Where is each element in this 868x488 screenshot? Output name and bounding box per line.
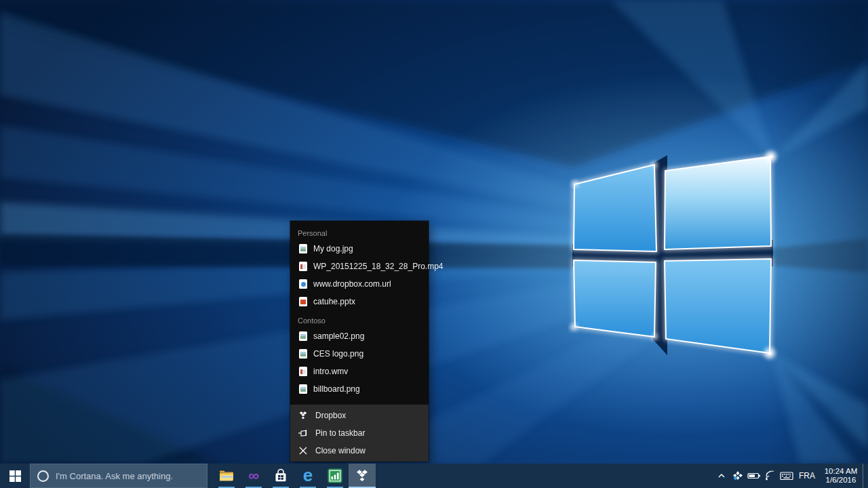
windows-start-icon [9, 470, 21, 482]
jumplist-item[interactable]: intro.wmv [290, 363, 429, 380]
jumplist-item[interactable]: WP_20151225_18_32_28_Pro.mp4 [290, 258, 429, 275]
touch-keyboard-button[interactable] [778, 464, 795, 488]
jumplist-launch-dropbox[interactable]: Dropbox [290, 407, 429, 424]
image-file-icon [299, 331, 307, 341]
jumplist-item-label: WP_20151225_18_32_28_Pro.mp4 [313, 262, 443, 271]
jumplist-item-label: catuhe.pptx [313, 297, 355, 306]
video-file-icon [299, 262, 307, 271]
svg-text:∞: ∞ [248, 468, 259, 484]
jumplist-item-label: CES logo.png [313, 349, 363, 359]
file-explorer-icon [218, 468, 235, 484]
desktop-wallpaper [0, 0, 868, 464]
taskbar-excel-button[interactable] [321, 464, 349, 488]
jumplist-action-label: Dropbox [315, 411, 346, 420]
edge-icon: e [299, 467, 317, 485]
jumplist-item[interactable]: My dog.jpg [290, 240, 429, 258]
taskbar-dropbox-button[interactable] [349, 464, 376, 488]
clock-time: 10:24 AM [825, 467, 858, 476]
jumplist-item-label: www.dropbox.com.url [313, 279, 391, 289]
app-tray-icon [732, 470, 743, 481]
jumplist-pin-to-taskbar[interactable]: Pin to taskbar [290, 424, 429, 442]
jumplist-item[interactable]: www.dropbox.com.url [290, 275, 429, 293]
search-input[interactable] [56, 471, 200, 481]
jumplist-files-panel: Personal My dog.jpg WP_20151225_18_32_28… [290, 221, 429, 405]
image-file-icon [299, 384, 307, 394]
store-icon [273, 468, 289, 484]
image-file-icon [299, 244, 307, 253]
taskbar-file-explorer-button[interactable] [213, 464, 240, 488]
battery-button[interactable] [746, 464, 762, 488]
keyboard-icon [780, 470, 793, 481]
jumplist-item[interactable]: billboard.png [290, 380, 429, 398]
wifi-icon [764, 470, 776, 481]
jumplist-item-label: My dog.jpg [313, 244, 353, 253]
image-file-icon [299, 349, 307, 359]
jumplist-action-label: Close window [315, 446, 366, 455]
dropbox-icon [354, 468, 370, 484]
jumplist-item-label: billboard.png [313, 384, 360, 394]
network-button[interactable] [762, 464, 778, 488]
jumplist-item[interactable]: catuhe.pptx [290, 293, 429, 310]
jumplist-action-label: Pin to taskbar [315, 428, 365, 438]
show-hidden-icons-button[interactable] [713, 464, 730, 488]
show-desktop-button[interactable] [863, 464, 868, 488]
link-file-icon [299, 279, 307, 289]
presentation-file-icon [299, 297, 307, 306]
chevron-up-icon [716, 470, 727, 481]
start-button[interactable] [0, 464, 30, 488]
tray-app-button[interactable] [730, 464, 746, 488]
jumplist-section-title: Contoso [290, 314, 429, 327]
dropbox-jumplist: Personal My dog.jpg WP_20151225_18_32_28… [290, 221, 429, 462]
jumplist-section-title: Personal [290, 226, 429, 240]
visual-studio-icon: ∞ [245, 468, 262, 484]
jumplist-close-window[interactable]: Close window [290, 442, 429, 460]
language-label: FRA [799, 471, 815, 481]
language-indicator[interactable]: FRA [795, 464, 819, 488]
battery-icon [747, 470, 761, 481]
clock-date: 1/6/2016 [826, 476, 856, 485]
taskbar-apps: ∞ e [213, 464, 376, 488]
system-tray: FRA 10:24 AM 1/6/2016 [713, 464, 868, 488]
dropbox-icon [298, 410, 309, 421]
taskbar-edge-button[interactable]: e [294, 464, 321, 488]
jumplist-item-label: sample02.png [313, 331, 364, 341]
cortana-search-box[interactable] [30, 464, 208, 488]
video-file-icon [299, 367, 307, 376]
taskbar: ∞ e [0, 464, 868, 488]
jumplist-item-label: intro.wmv [313, 367, 348, 376]
close-icon [298, 445, 309, 456]
windows-hero-wallpaper [0, 0, 868, 464]
clock[interactable]: 10:24 AM 1/6/2016 [819, 464, 863, 488]
cortana-icon [37, 470, 49, 482]
svg-text:e: e [303, 467, 313, 485]
pin-icon [298, 428, 309, 439]
taskbar-visual-studio-button[interactable]: ∞ [240, 464, 267, 488]
excel-icon [327, 468, 343, 484]
jumplist-actions-panel: Dropbox Pin to taskbar [290, 405, 429, 462]
taskbar-store-button[interactable] [267, 464, 294, 488]
jumplist-item[interactable]: sample02.png [290, 327, 429, 345]
jumplist-item[interactable]: CES logo.png [290, 345, 429, 363]
